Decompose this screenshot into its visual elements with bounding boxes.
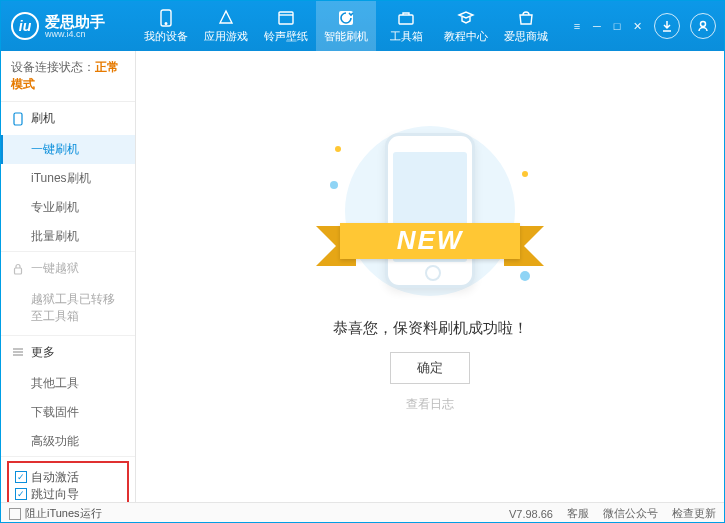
brand: iu 爱思助手 www.i4.cn xyxy=(1,12,136,40)
success-message: 恭喜您，保资料刷机成功啦！ xyxy=(333,319,528,338)
success-illustration: NEW xyxy=(330,121,530,301)
ok-button[interactable]: 确定 xyxy=(390,352,470,384)
nav-label: 智能刷机 xyxy=(324,29,368,44)
svg-point-1 xyxy=(165,22,167,24)
svg-rect-2 xyxy=(279,12,293,24)
user-button[interactable] xyxy=(690,13,716,39)
nav-label: 工具箱 xyxy=(390,29,423,44)
sidebar-head-label: 刷机 xyxy=(31,110,55,127)
svg-point-5 xyxy=(701,22,706,27)
nav-label: 铃声壁纸 xyxy=(264,29,308,44)
checkbox-auto-activate[interactable]: ✓ 自动激活 xyxy=(15,469,79,486)
checkbox-block-itunes[interactable]: ✓ 阻止iTunes运行 xyxy=(9,506,102,521)
sidebar-head-label: 更多 xyxy=(31,344,55,361)
statusbar: ✓ 阻止iTunes运行 V7.98.66 客服 微信公众号 检查更新 xyxy=(1,502,724,523)
maximize-icon[interactable]: □ xyxy=(610,19,624,33)
check-icon: ✓ xyxy=(15,488,27,500)
nav-toolbox[interactable]: 工具箱 xyxy=(376,1,436,51)
apps-icon xyxy=(217,9,235,27)
sidebar-head-label: 一键越狱 xyxy=(31,260,79,277)
sidebar-head-more[interactable]: 更多 xyxy=(1,336,135,369)
highlight-box: ✓ 自动激活 ✓ 跳过向导 xyxy=(7,461,129,502)
main-nav: 我的设备 应用游戏 铃声壁纸 智能刷机 工具箱 教程中心 爱思商城 xyxy=(136,1,570,51)
svg-rect-6 xyxy=(14,113,22,125)
checkbox-label: 跳过向导 xyxy=(31,486,79,502)
nav-label: 我的设备 xyxy=(144,29,188,44)
nav-tutorials[interactable]: 教程中心 xyxy=(436,1,496,51)
nav-ringtone-wallpaper[interactable]: 铃声壁纸 xyxy=(256,1,316,51)
phone-icon xyxy=(157,9,175,27)
checkbox-label: 自动激活 xyxy=(31,469,79,486)
nav-label: 应用游戏 xyxy=(204,29,248,44)
lock-icon xyxy=(11,263,25,275)
main-content: NEW 恭喜您，保资料刷机成功啦！ 确定 查看日志 xyxy=(136,51,724,502)
checkbox-label: 阻止iTunes运行 xyxy=(25,506,102,521)
toolbox-icon xyxy=(397,9,415,27)
sidebar-item-itunes-flash[interactable]: iTunes刷机 xyxy=(1,164,135,193)
window-controls: ≡ ─ □ ✕ xyxy=(570,13,724,39)
titlebar: iu 爱思助手 www.i4.cn 我的设备 应用游戏 铃声壁纸 智能刷机 工具… xyxy=(1,1,724,51)
nav-smart-flash[interactable]: 智能刷机 xyxy=(316,1,376,51)
nav-apps-games[interactable]: 应用游戏 xyxy=(196,1,256,51)
svg-rect-7 xyxy=(15,268,22,274)
brand-sub: www.i4.cn xyxy=(45,29,105,39)
jailbreak-note: 越狱工具已转移至工具箱 xyxy=(1,285,135,335)
sidebar-item-download-firmware[interactable]: 下载固件 xyxy=(1,398,135,427)
phone-icon xyxy=(11,112,25,126)
wallpaper-icon xyxy=(277,9,295,27)
more-icon xyxy=(11,347,25,357)
flash-icon xyxy=(337,9,355,27)
version-label: V7.98.66 xyxy=(509,508,553,520)
conn-label: 设备连接状态： xyxy=(11,60,95,74)
sidebar-item-oneclick-flash[interactable]: 一键刷机 xyxy=(1,135,135,164)
sidebar-item-pro-flash[interactable]: 专业刷机 xyxy=(1,193,135,222)
checkbox-skip-guide[interactable]: ✓ 跳过向导 xyxy=(15,486,79,502)
sidebar-item-batch-flash[interactable]: 批量刷机 xyxy=(1,222,135,251)
sidebar: 设备连接状态：正常模式 刷机 一键刷机 iTunes刷机 专业刷机 批量刷机 一… xyxy=(1,51,136,502)
connection-status: 设备连接状态：正常模式 xyxy=(1,51,135,102)
check-icon: ✓ xyxy=(9,508,21,520)
service-link[interactable]: 客服 xyxy=(567,506,589,521)
close-icon[interactable]: ✕ xyxy=(630,19,644,33)
store-icon xyxy=(517,9,535,27)
view-log-link[interactable]: 查看日志 xyxy=(406,396,454,413)
wechat-link[interactable]: 微信公众号 xyxy=(603,506,658,521)
nav-label: 爱思商城 xyxy=(504,29,548,44)
check-icon: ✓ xyxy=(15,471,27,483)
minimize-icon[interactable]: ─ xyxy=(590,19,604,33)
body: 设备连接状态：正常模式 刷机 一键刷机 iTunes刷机 专业刷机 批量刷机 一… xyxy=(1,51,724,502)
sidebar-item-advanced[interactable]: 高级功能 xyxy=(1,427,135,456)
menu-icon[interactable]: ≡ xyxy=(570,19,584,33)
nav-label: 教程中心 xyxy=(444,29,488,44)
nav-my-device[interactable]: 我的设备 xyxy=(136,1,196,51)
brand-title: 爱思助手 xyxy=(45,14,105,29)
sidebar-head-jailbreak: 一键越狱 xyxy=(1,252,135,285)
sidebar-head-flash[interactable]: 刷机 xyxy=(1,102,135,135)
download-button[interactable] xyxy=(654,13,680,39)
new-ribbon: NEW xyxy=(340,223,520,259)
tutorial-icon xyxy=(457,9,475,27)
nav-store[interactable]: 爱思商城 xyxy=(496,1,556,51)
check-update-link[interactable]: 检查更新 xyxy=(672,506,716,521)
svg-rect-4 xyxy=(399,15,413,24)
logo-icon: iu xyxy=(11,12,39,40)
sidebar-item-other-tools[interactable]: 其他工具 xyxy=(1,369,135,398)
